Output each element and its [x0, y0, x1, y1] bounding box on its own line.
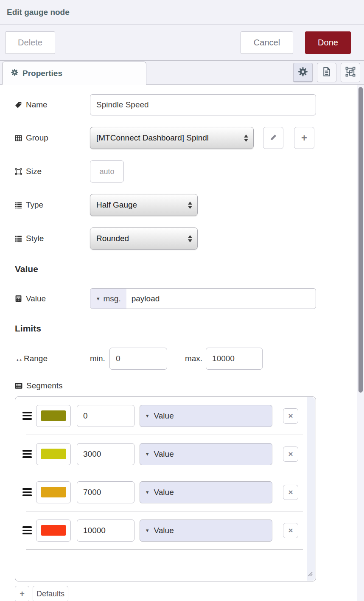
segment-color-swatch [41, 525, 66, 536]
segment-mode-dropdown[interactable]: ▾ Value [140, 481, 272, 503]
segment-row: ▾ Value × [15, 435, 316, 473]
tab-tools [293, 63, 360, 82]
segment-color-button[interactable] [36, 481, 71, 503]
remove-segment-button[interactable]: × [283, 447, 298, 462]
caret-down-icon: ▾ [97, 295, 100, 302]
size-auto-button[interactable]: auto [90, 160, 124, 183]
close-icon: × [288, 488, 293, 497]
calculator-icon [15, 295, 22, 302]
style-select[interactable]: Rounded [90, 227, 198, 250]
pencil-icon [270, 134, 277, 143]
select-arrows-icon [188, 235, 192, 242]
document-icon [322, 67, 332, 79]
description-tool-button[interactable] [317, 63, 336, 82]
caret-down-icon: ▾ [146, 489, 149, 495]
range-min-label: min. [90, 354, 105, 363]
style-label: Style [15, 234, 90, 243]
segment-color-swatch [41, 487, 66, 497]
segment-value-input[interactable] [77, 443, 134, 465]
gear-icon [11, 69, 18, 78]
add-segment-button[interactable]: + [15, 586, 29, 601]
list-icon [15, 202, 22, 209]
type-label: Type [15, 200, 90, 210]
caret-down-icon: ▾ [146, 451, 149, 457]
list-icon [15, 235, 22, 242]
tab-properties[interactable]: Properties [2, 62, 146, 85]
segment-value-input[interactable] [77, 520, 134, 542]
edit-group-button[interactable] [263, 127, 283, 149]
delete-button[interactable]: Delete [5, 31, 55, 54]
cancel-button[interactable]: Cancel [241, 31, 293, 54]
segment-color-swatch [41, 449, 66, 459]
tag-icon [15, 101, 22, 109]
add-group-button[interactable]: + [294, 127, 314, 149]
name-label: Name [15, 100, 90, 110]
panel-scrollbar-thumb[interactable] [358, 87, 363, 393]
remove-segment-button[interactable]: × [283, 523, 298, 538]
plus-icon: + [301, 133, 307, 143]
segment-mode-dropdown[interactable]: ▾ Value [140, 405, 272, 427]
group-label: Group [15, 133, 90, 143]
tab-properties-label: Properties [22, 69, 62, 78]
value-label: Value [15, 294, 90, 303]
remove-segment-button[interactable]: × [283, 485, 298, 500]
drag-handle-icon[interactable] [22, 412, 32, 420]
properties-tool-button[interactable] [293, 63, 313, 82]
segments-scrollbar-track[interactable] [307, 397, 315, 581]
segment-row: ▾ Value × [15, 473, 316, 511]
segment-color-button[interactable] [36, 443, 71, 465]
select-arrows-icon [244, 135, 248, 142]
drag-handle-icon[interactable] [22, 450, 32, 458]
range-max-label: max. [185, 354, 202, 363]
name-input[interactable] [90, 94, 316, 115]
segment-color-button[interactable] [36, 520, 71, 542]
segments-label-row: Segments [15, 381, 316, 390]
segment-row: ▾ Value × [15, 511, 316, 549]
style-row: Style Rounded [15, 227, 316, 250]
group-row: Group [MTConnect Dashboard] Spindl + [15, 127, 316, 149]
range-min-input[interactable] [109, 348, 167, 370]
limits-section-title: Limits [15, 323, 316, 334]
value-typed-input: ▾ msg. [90, 288, 316, 309]
range-max-input[interactable] [206, 348, 263, 370]
dialog-title: Edit gauge node [7, 8, 70, 17]
type-row: Type Half Gauge [15, 194, 316, 216]
group-select[interactable]: [MTConnect Dashboard] Spindl [90, 127, 254, 149]
segment-value-input[interactable] [77, 405, 134, 427]
caret-down-icon: ▾ [146, 413, 149, 419]
segment-mode-dropdown[interactable]: ▾ Value [140, 443, 272, 465]
value-section-title: Value [15, 264, 316, 274]
segments-label: Segments [15, 381, 90, 390]
close-icon: × [288, 526, 293, 535]
value-property-input[interactable] [126, 294, 316, 303]
action-bar: Delete Cancel Done [0, 25, 364, 61]
size-row: Size auto [15, 160, 316, 183]
done-button[interactable]: Done [305, 31, 351, 54]
segment-value-input[interactable] [77, 481, 134, 503]
remove-segment-button[interactable]: × [283, 408, 298, 424]
resize-grip-icon[interactable] [306, 570, 313, 578]
size-label: Size [15, 167, 90, 176]
row-separator [26, 549, 303, 550]
appearance-tool-button[interactable] [341, 63, 360, 82]
panel-scrollbar-track[interactable] [357, 85, 364, 601]
gear-icon [298, 67, 308, 78]
segments-list: ▾ Value × ▾ Value × [15, 396, 316, 581]
segments-rows: ▾ Value × ▾ Value × [15, 397, 316, 550]
defaults-button[interactable]: Defaults [33, 586, 68, 601]
value-row: Value ▾ msg. [15, 288, 316, 309]
range-label: ↔ Range [15, 354, 90, 364]
segments-list-icon [15, 382, 22, 390]
drag-handle-icon[interactable] [22, 526, 32, 534]
segment-mode-dropdown[interactable]: ▾ Value [140, 520, 272, 542]
select-arrows-icon [188, 202, 192, 209]
close-icon: × [288, 411, 293, 421]
type-select[interactable]: Half Gauge [90, 194, 198, 216]
value-type-selector[interactable]: ▾ msg. [90, 289, 126, 309]
segment-row: ▾ Value × [15, 397, 316, 435]
segment-color-swatch [41, 410, 66, 421]
arrows-horizontal-icon: ↔ [15, 354, 23, 364]
segment-color-button[interactable] [36, 405, 71, 427]
properties-panel: Name Group [MTConnect Dashboard] Spindl [0, 85, 364, 601]
drag-handle-icon[interactable] [22, 488, 32, 496]
